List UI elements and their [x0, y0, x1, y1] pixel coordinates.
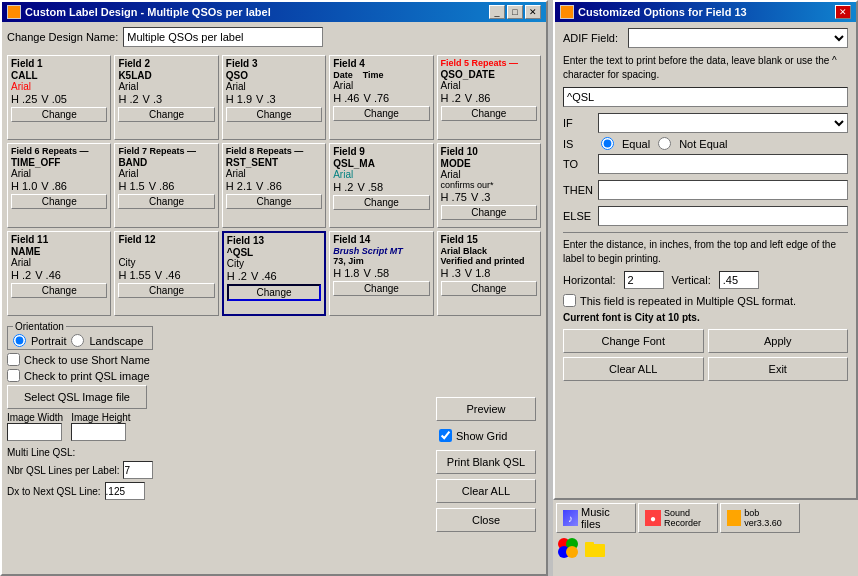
field-13-font: City: [227, 258, 321, 269]
horizontal-input[interactable]: [624, 271, 664, 289]
select-qsl-image-button[interactable]: Select QSL Image file: [7, 385, 147, 409]
field-3-label: Field 3: [226, 58, 322, 69]
field-9-label: Field 9: [333, 146, 429, 157]
bottom-area: Orientation Portrait Landscape Check to …: [7, 321, 541, 500]
image-width-input[interactable]: [7, 423, 62, 441]
image-height-group: Image Height: [71, 412, 130, 441]
field-11-font: Arial: [11, 257, 107, 268]
short-name-row: Check to use Short Name: [7, 353, 153, 366]
field-6-change-button[interactable]: Change: [11, 194, 107, 209]
main-title: Custom Label Design - Multiple QSOs per …: [25, 6, 271, 18]
then-input[interactable]: [598, 180, 848, 200]
field-4-change-button[interactable]: Change: [333, 106, 429, 121]
nbr-lines-input[interactable]: [123, 461, 153, 479]
taskbar-item-recorder[interactable]: ● SoundRecorder: [638, 503, 718, 533]
field-4-metrics: H .46 V .76: [333, 92, 429, 104]
orientation-fieldset: Orientation Portrait Landscape: [7, 321, 153, 350]
clear-all-button[interactable]: Clear ALL: [436, 479, 536, 503]
design-name-input[interactable]: [123, 27, 323, 47]
field-4-label: Field 4: [333, 58, 429, 69]
clear-all-right-button[interactable]: Clear ALL: [563, 357, 704, 381]
not-equal-label: Not Equal: [679, 138, 727, 150]
equal-radio[interactable]: [601, 137, 614, 150]
print-qsl-checkbox[interactable]: [7, 369, 20, 382]
show-grid-checkbox[interactable]: [439, 429, 452, 442]
adif-select[interactable]: [628, 28, 848, 48]
horizontal-label: Horizontal:: [563, 274, 616, 286]
field-5-change-button[interactable]: Change: [441, 106, 537, 121]
apply-button[interactable]: Apply: [708, 329, 849, 353]
dx-row: Dx to Next QSL Line:: [7, 482, 153, 500]
field-2-change-button[interactable]: Change: [118, 107, 214, 122]
taskbar-folder-icon[interactable]: [583, 536, 607, 560]
else-input[interactable]: [598, 206, 848, 226]
right-panel-title-left: Customized Options for Field 13: [560, 5, 747, 19]
preview-button[interactable]: Preview: [436, 397, 536, 421]
action-buttons-grid: Change Font Apply Clear ALL Exit: [563, 329, 848, 381]
image-height-input[interactable]: [71, 423, 126, 441]
taskbar-item-music[interactable]: ♪ Music files: [556, 503, 636, 533]
close-button[interactable]: Close: [436, 508, 536, 532]
svg-point-3: [566, 546, 578, 558]
main-right-buttons: Preview Show Grid Print Blank QSL Clear …: [436, 397, 536, 532]
main-content-area: Change Design Name: Field 1 CALL Arial H…: [2, 22, 546, 505]
description-text: Enter the text to print before the data,…: [563, 54, 848, 82]
field-4-font: Arial: [333, 80, 429, 91]
field-13-label: Field 13: [227, 235, 321, 246]
field-5-metrics: H .2 V .86: [441, 92, 537, 104]
field-11-change-button[interactable]: Change: [11, 283, 107, 298]
field-15-label: Field 15: [441, 234, 537, 245]
maximize-button[interactable]: □: [507, 5, 523, 19]
landscape-radio[interactable]: [71, 334, 84, 347]
close-right-panel-button[interactable]: ✕: [835, 5, 851, 19]
dx-input[interactable]: [105, 482, 145, 500]
field-14-change-button[interactable]: Change: [333, 281, 429, 296]
landscape-label: Landscape: [89, 335, 143, 347]
exit-button[interactable]: Exit: [708, 357, 849, 381]
if-row: IF: [563, 113, 848, 133]
orientation-radio-row: Portrait Landscape: [13, 334, 147, 347]
field-6-label: Field 6 Repeats —: [11, 146, 107, 156]
field-15-change-button[interactable]: Change: [441, 281, 537, 296]
field-8-change-button[interactable]: Change: [226, 194, 322, 209]
field-6-box: Field 6 Repeats — TIME_OFF Arial H 1.0 V…: [7, 143, 111, 228]
field-13-change-button[interactable]: Change: [227, 284, 321, 301]
taskbar-start-icon[interactable]: [556, 536, 580, 560]
field-12-change-button[interactable]: Change: [118, 283, 214, 298]
field-14-box: Field 14 Brush Script MT 73, Jim H 1.8 V…: [329, 231, 433, 316]
portrait-radio[interactable]: [13, 334, 26, 347]
adif-row: ADIF Field:: [563, 28, 848, 48]
nbr-lines-label: Nbr QSL Lines per Label:: [7, 465, 119, 476]
field-10-change-button[interactable]: Change: [441, 205, 537, 220]
short-name-checkbox[interactable]: [7, 353, 20, 366]
field-3-box: Field 3 QSO Arial H 1.9 V .3 Change: [222, 55, 326, 140]
field-3-change-button[interactable]: Change: [226, 107, 322, 122]
field-1-font: Arial: [11, 81, 107, 92]
not-equal-radio[interactable]: [658, 137, 671, 150]
close-main-button[interactable]: ✕: [525, 5, 541, 19]
minimize-button[interactable]: _: [489, 5, 505, 19]
print-blank-qsl-button[interactable]: Print Blank QSL: [436, 450, 536, 474]
taskbar-item-bob[interactable]: bob ver3.3.60: [720, 503, 800, 533]
field-6-name: TIME_OFF: [11, 157, 107, 168]
multi-line-row: Multi Line QSL:: [7, 447, 153, 458]
field-13-box: Field 13 ^QSL City H .2 V .46 Change: [222, 231, 326, 316]
field-9-change-button[interactable]: Change: [333, 195, 429, 210]
change-font-button[interactable]: Change Font: [563, 329, 704, 353]
vertical-input[interactable]: [719, 271, 759, 289]
field-3-metrics: H 1.9 V .3: [226, 93, 322, 105]
field-8-name: RST_SENT: [226, 157, 322, 168]
field-13-name: ^QSL: [227, 247, 321, 258]
field-2-box: Field 2 K5LAD Arial H .2 V .3 Change: [114, 55, 218, 140]
text-before-data-input[interactable]: [563, 87, 848, 107]
field-8-metrics: H 2.1 V .86: [226, 180, 322, 192]
to-input[interactable]: [598, 154, 848, 174]
field-1-change-button[interactable]: Change: [11, 107, 107, 122]
field-7-name: BAND: [118, 157, 214, 168]
fields-grid: Field 1 CALL Arial H .25 V .05 Change Fi…: [7, 55, 541, 316]
if-select[interactable]: [598, 113, 848, 133]
field-15-metrics: H .3 V 1.8: [441, 267, 537, 279]
repeat-field-checkbox[interactable]: [563, 294, 576, 307]
field-5-name: QSO_DATE: [441, 69, 537, 80]
field-7-change-button[interactable]: Change: [118, 194, 214, 209]
